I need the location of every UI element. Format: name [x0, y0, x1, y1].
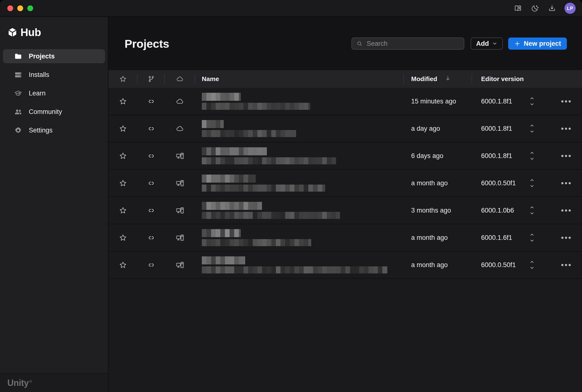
- header-modified[interactable]: Modified: [404, 70, 472, 88]
- night-mode-icon[interactable]: [530, 4, 540, 13]
- unlinked-icon: [147, 234, 155, 242]
- modified-cell: 6 days ago: [404, 152, 472, 160]
- cloud-icon: [176, 75, 184, 83]
- project-row[interactable]: a month ago 6000.0.50f1: [108, 170, 582, 197]
- redacted-project-path: [202, 130, 404, 137]
- favorite-star-button[interactable]: [108, 179, 137, 187]
- local-machine-icon: [176, 206, 184, 214]
- header-location[interactable]: [165, 70, 195, 88]
- editor-version-stepper[interactable]: [528, 177, 536, 189]
- favorite-star-button[interactable]: [108, 234, 137, 242]
- modified-cell: 3 months ago: [404, 207, 472, 214]
- sidebar-item-projects[interactable]: Projects: [3, 49, 105, 63]
- favorite-star-button[interactable]: [108, 206, 137, 214]
- editor-version-cell: 6000.1.8f1: [472, 95, 582, 107]
- redacted-project-name: [202, 256, 404, 264]
- project-row[interactable]: 3 months ago 6000.1.0b6: [108, 197, 582, 224]
- projects-table: Name Modified Editor version 15 minutes …: [108, 70, 582, 392]
- close-button[interactable]: [7, 5, 13, 11]
- favorite-star-button[interactable]: [108, 152, 137, 160]
- header-editor-version[interactable]: Editor version: [472, 70, 582, 88]
- downloads-icon[interactable]: [547, 4, 557, 13]
- row-options-menu[interactable]: [561, 264, 571, 266]
- sidebar-item-installs[interactable]: Installs: [3, 68, 105, 82]
- star-icon: [119, 179, 127, 187]
- chevron-up-icon: [529, 123, 535, 128]
- row-options-menu[interactable]: [561, 100, 571, 102]
- sidebar-item-learn[interactable]: Learn: [3, 86, 105, 100]
- new-project-button[interactable]: New project: [508, 38, 567, 50]
- zoom-button[interactable]: [27, 5, 33, 11]
- chevron-up-icon: [529, 205, 535, 210]
- modified-time: 6 days ago: [411, 152, 443, 160]
- star-icon: [119, 206, 127, 214]
- favorite-star-button[interactable]: [108, 125, 137, 133]
- star-icon: [119, 152, 127, 160]
- cloud-icon: [176, 125, 184, 133]
- project-name-cell: [195, 147, 404, 164]
- avatar[interactable]: LP: [564, 3, 576, 14]
- editor-version-value: 6000.1.8f1: [481, 125, 522, 132]
- editor-version-cell: 6000.0.50f1: [472, 177, 582, 189]
- search-input[interactable]: [367, 40, 459, 48]
- git-branch-icon: [147, 75, 155, 83]
- editor-version-stepper[interactable]: [528, 95, 536, 107]
- project-location: [165, 179, 195, 187]
- row-options-menu[interactable]: [561, 155, 571, 157]
- redacted-project-path: [202, 239, 404, 246]
- sidebar-item-label: Projects: [29, 52, 55, 60]
- search-icon: [356, 40, 363, 47]
- sidebar-footer: Unity®: [0, 374, 108, 392]
- sidebar-item-label: Learn: [29, 90, 46, 97]
- version-control-status: [137, 234, 165, 242]
- project-row[interactable]: a day ago 6000.1.8f1: [108, 115, 582, 142]
- editor-version-stepper[interactable]: [528, 150, 536, 162]
- chevron-down-icon: [492, 41, 497, 46]
- redacted-project-path: [202, 212, 404, 219]
- sidebar-item-label: Installs: [29, 71, 49, 79]
- project-name-cell: [195, 93, 404, 110]
- star-icon: [119, 125, 127, 133]
- editor-version-stepper[interactable]: [528, 232, 536, 244]
- table-body: 15 minutes ago 6000.1.8f1 a day ago 6000…: [108, 88, 582, 392]
- local-machine-icon: [176, 261, 184, 269]
- project-location: [165, 261, 195, 269]
- editor-version-value: 6000.1.8f1: [481, 152, 522, 160]
- row-options-menu[interactable]: [561, 237, 571, 239]
- add-button[interactable]: Add: [471, 38, 502, 50]
- star-icon: [119, 98, 127, 106]
- editor-version-stepper[interactable]: [528, 122, 536, 135]
- docs-book-icon[interactable]: [513, 4, 522, 13]
- community-icon: [14, 107, 23, 116]
- modified-time: a month ago: [411, 180, 448, 187]
- row-options-menu[interactable]: [561, 210, 571, 212]
- project-row[interactable]: a month ago 6000.1.6f1: [108, 224, 582, 252]
- project-row[interactable]: 15 minutes ago 6000.1.8f1: [108, 88, 582, 115]
- modified-cell: a month ago: [404, 180, 472, 187]
- redacted-project-name: [202, 202, 404, 210]
- unlinked-icon: [147, 261, 155, 269]
- local-machine-icon: [176, 179, 184, 187]
- sidebar-item-settings[interactable]: Settings: [3, 123, 105, 137]
- header-name[interactable]: Name: [195, 70, 404, 88]
- editor-version-stepper[interactable]: [528, 259, 536, 271]
- favorite-star-button[interactable]: [108, 98, 137, 106]
- installs-icon: [14, 70, 23, 79]
- favorite-star-button[interactable]: [108, 261, 137, 269]
- sidebar-item-community[interactable]: Community: [3, 105, 105, 119]
- header-favorite[interactable]: [108, 70, 137, 88]
- main-panel: Projects Add New project: [108, 17, 582, 392]
- main-header: Projects Add New project: [108, 17, 582, 70]
- row-options-menu[interactable]: [561, 182, 571, 184]
- row-options-menu[interactable]: [561, 128, 571, 130]
- header-version-control[interactable]: [137, 70, 165, 88]
- project-row[interactable]: a month ago 6000.0.50f1: [108, 252, 582, 279]
- editor-version-stepper[interactable]: [528, 204, 536, 216]
- minimize-button[interactable]: [17, 5, 23, 11]
- chevron-down-icon: [529, 183, 535, 189]
- cloud-icon: [176, 98, 184, 106]
- project-row[interactable]: 6 days ago 6000.1.8f1: [108, 142, 582, 170]
- chevron-down-icon: [529, 238, 535, 243]
- redacted-project-name: [202, 229, 404, 237]
- traffic-lights: [7, 5, 33, 11]
